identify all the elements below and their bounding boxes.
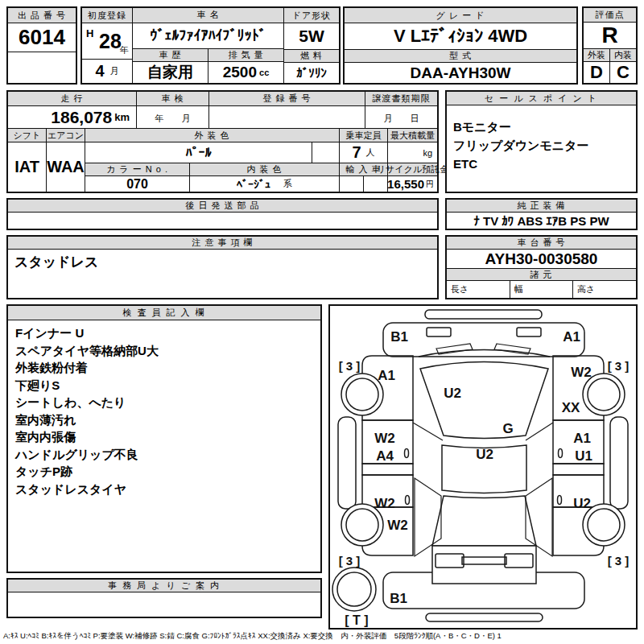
inspector-note-item: スタッドレスタイヤ	[15, 481, 313, 498]
first-registration-year-cell: H 28 年	[82, 23, 132, 60]
left-rear-door-handle	[406, 496, 410, 505]
color-no-header: カ ラ ー N o .	[85, 163, 190, 176]
interior-color-header: 内 装 色	[190, 163, 340, 176]
grade-value: V Lｴﾃﾞｨｼｮﾝ 4WD	[345, 23, 576, 50]
inspector-note-item: 下廻りS	[15, 377, 313, 394]
fuel-header: 燃 料	[284, 50, 339, 63]
exterior-grade-header: 外装	[584, 49, 610, 62]
legend-line: A:ｷｽ U:ﾍｺﾐ B:ｷｽを伴うﾍｺﾐ P:要塗装 W:補修跡 S:錆 C:…	[3, 631, 642, 642]
grade-header: グ レ ー ド	[345, 8, 576, 23]
model-code-header: 型 式	[345, 50, 576, 63]
interior-grade-header: 内装	[610, 49, 636, 62]
month-unit: 月	[110, 65, 119, 77]
spec-width-label: 幅	[510, 281, 573, 298]
front-bumper-detail-right	[517, 328, 541, 336]
rear-glass	[432, 496, 536, 546]
front-bumper-detail-left	[427, 328, 451, 336]
car-name-header: 車 名	[133, 8, 283, 23]
car-name-value: ｳﾞｪﾙﾌｧｲｱﾊｲﾌﾞﾘｯﾄﾞ	[133, 23, 283, 49]
damage-code-label: A4	[376, 448, 394, 464]
right-rear-door-handle	[558, 496, 562, 505]
model-code-value: DAA-AYH30W	[345, 63, 576, 83]
color-no-value: 070	[85, 176, 190, 192]
inspector-notes-content: Fインナー U スペアタイヤ等格納部U大 外装鉄粉付着 下廻りS シートしわ、へ…	[8, 320, 320, 502]
import-car-cell-2	[364, 176, 388, 192]
damage-code-label: W2	[387, 518, 408, 533]
office-notice-box: 事 務 局 よ り ご 案 内	[6, 578, 322, 618]
exterior-color-value: ﾊﾟｰﾙ	[85, 142, 312, 163]
genuine-equipment-header: 純 正 装 備	[447, 200, 636, 213]
interior-grade-value: C	[610, 62, 636, 83]
specs-header: 諸 元	[447, 269, 636, 281]
right-door-sill	[553, 464, 604, 475]
displacement-value: 2500	[223, 64, 257, 81]
right-rocker-panel	[610, 417, 628, 509]
interior-color-value: ﾍﾞｰｼﾞｭ	[237, 178, 270, 191]
vehicle-info-box: 初度登録 H 28 年 4 月 車 名 ｳﾞｪﾙﾌｧｲｱﾊｲﾌﾞﾘｯﾄﾞ 車 歴…	[80, 6, 341, 85]
inspector-note-item: シートしわ、へたり	[15, 394, 313, 411]
left-quarter-glass	[415, 478, 441, 556]
capacity-unit: 人	[366, 147, 375, 159]
capacity-header: 乗車定員	[340, 129, 388, 142]
inspection-value: 年 月	[137, 106, 209, 129]
inspector-note-item: スペアタイヤ等格納部U大	[15, 342, 313, 360]
door-shape-value: 5W	[284, 23, 339, 50]
genuine-equipment-value: ﾅ TV ｶﾜ ABS ｴｱB PS PW	[447, 213, 636, 229]
displacement-unit: cc	[259, 68, 269, 77]
registration-number-header: 登 録 番 号	[209, 92, 365, 106]
rear-left-wheel-inner	[346, 509, 378, 541]
inspector-note-item: 室内薄汚れ	[15, 411, 313, 429]
shift-header: シフト	[8, 129, 47, 142]
score-box: 評価点 R 外装 内装 D C	[582, 6, 638, 85]
displacement-cell: 2500 cc	[208, 62, 283, 83]
inspector-note-item: ハンドルグリップ不良	[15, 446, 313, 464]
notes-box: 注 意 事 項 欄 スタッドレス	[6, 235, 439, 299]
damage-code-label: [ 3 ]	[339, 554, 361, 568]
sales-points-box: セ ー ル ス ポ イ ン ト Bモニター フリップダウンモニター ETC	[445, 90, 638, 193]
mileage-header: 走 行	[8, 92, 137, 106]
front-right-wheel-inner	[588, 378, 620, 411]
damage-code-label: [ 3 ]	[608, 359, 630, 373]
inspection-header: 車 検	[137, 92, 209, 106]
office-notice-value	[8, 592, 320, 617]
exterior-color-header: 外 装 色	[85, 129, 340, 142]
shift-value: IAT	[8, 142, 47, 192]
registration-number-value	[209, 106, 365, 129]
damage-code-label: A1	[563, 329, 580, 345]
max-load-unit: kg	[423, 148, 432, 158]
auction-sheet: 出 品 番 号 6014 初度登録 H 28 年 4 月 車 名 ｳﾞｪﾙﾌｧｲ…	[0, 0, 644, 644]
later-parts-box: 後 日 発 送 部 品	[6, 198, 439, 230]
history-header: 車 歴	[133, 49, 208, 62]
mileage-unit: km	[114, 111, 130, 123]
left-a-pillar-line	[413, 423, 443, 440]
later-parts-header: 後 日 発 送 部 品	[8, 200, 437, 213]
score-header: 評価点	[584, 8, 636, 23]
spec-height-label: 高さ	[573, 281, 636, 298]
damage-code-label: W2	[374, 431, 395, 446]
damage-code-label: A1	[573, 431, 591, 446]
recycle-deposit-unit: 円	[426, 179, 434, 190]
rear-molding	[426, 613, 543, 621]
import-car-cell-1	[340, 176, 364, 192]
sales-point-item: Bモニター	[453, 118, 630, 136]
inspector-note-item: 外装鉄粉付着	[15, 359, 313, 377]
fuel-value: ｶﾞｿﾘﾝ	[284, 63, 339, 83]
chassis-number-value: AYH30-0030580	[447, 250, 636, 269]
lot-number-value: 6014	[8, 23, 76, 52]
spec-length-label: 長さ	[447, 281, 510, 298]
genuine-equipment-box: 純 正 装 備 ﾅ TV ｶﾜ ABS ｴｱB PS PW	[445, 198, 638, 230]
chassis-number-header: 車 台 番 号	[447, 237, 636, 250]
damage-code-label: [ 3 ]	[608, 554, 630, 568]
exterior-color-extra-cell	[312, 142, 340, 163]
right-front-door-handle	[559, 449, 563, 458]
car-damage-diagram: B1A1[ 3 ][ 3 ]A1W2U2XXW2A4GU2A1U1W2U2W2[…	[328, 304, 638, 630]
damage-code-label: U2	[476, 447, 493, 462]
damage-code-label: B1	[390, 329, 408, 345]
damage-code-label: W2	[374, 496, 395, 511]
registration-box: 走 行 車 検 登 録 番 号 譲渡書類期限 186,078 km 年 月 月 …	[6, 90, 439, 193]
front-left-wheel-inner	[346, 378, 378, 411]
damage-code-label: [ 3 ]	[339, 359, 361, 373]
front-bumper	[383, 323, 584, 357]
max-load-header: 最大積載量	[388, 129, 437, 142]
grade-box: グ レ ー ド V Lｴﾃﾞｨｼｮﾝ 4WD 型 式 DAA-AYH30W	[343, 6, 578, 85]
